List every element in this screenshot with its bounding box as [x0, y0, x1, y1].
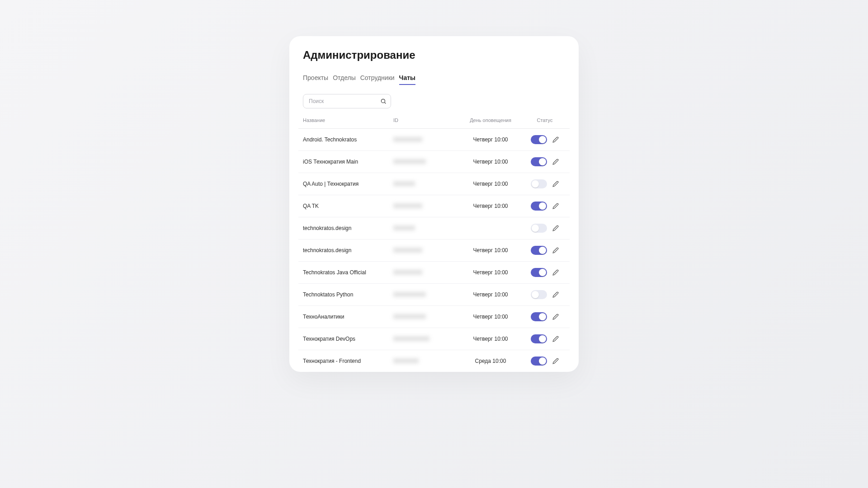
- row-id: XXXXXX: [393, 181, 457, 187]
- col-header-status: Статус: [524, 117, 565, 123]
- status-toggle[interactable]: [531, 312, 547, 321]
- row-id: XXXXXXXX: [393, 247, 457, 253]
- row-status-cell: [524, 290, 565, 299]
- edit-icon[interactable]: [552, 247, 559, 253]
- tab-2[interactable]: Сотрудники: [360, 74, 395, 85]
- col-header-name: Название: [303, 117, 393, 123]
- tab-0[interactable]: Проекты: [303, 74, 328, 85]
- row-status-cell: [524, 246, 565, 255]
- row-day: Четверг 10:00: [457, 269, 524, 276]
- table-row: Технократия - FrontendXXXXXXXСреда 10:00: [298, 350, 570, 372]
- row-name: QA Auto | Технократия: [303, 181, 393, 187]
- row-name: ТехноАналитики: [303, 314, 393, 320]
- row-day: Четверг 10:00: [457, 136, 524, 143]
- edit-icon[interactable]: [552, 159, 559, 165]
- row-id: XXXXXXXX: [393, 136, 457, 143]
- table-row: ТехноАналитикиXXXXXXXXXЧетверг 10:00: [298, 306, 570, 328]
- table-row: QA TKXXXXXXXXЧетверг 10:00: [298, 195, 570, 217]
- row-name: Android. Technokratos: [303, 136, 393, 143]
- row-day: Четверг 10:00: [457, 314, 524, 320]
- row-day: Четверг 10:00: [457, 336, 524, 342]
- row-status-cell: [524, 202, 565, 211]
- table-row: technokratos.designXXXXXXXXЧетверг 10:00: [298, 239, 570, 262]
- admin-card: Администрирование ПроектыОтделыСотрудник…: [289, 36, 579, 372]
- row-id: XXXXXXXXXX: [393, 336, 457, 342]
- edit-icon[interactable]: [552, 314, 559, 320]
- row-name: QA TK: [303, 203, 393, 209]
- search-container: [303, 94, 391, 108]
- row-status-cell: [524, 179, 565, 188]
- row-day: Четверг 10:00: [457, 247, 524, 253]
- tab-1[interactable]: Отделы: [333, 74, 356, 85]
- row-name: iOS Технократия Main: [303, 159, 393, 165]
- tabs: ПроектыОтделыСотрудникиЧаты: [298, 74, 570, 85]
- search-icon: [380, 98, 387, 104]
- row-name: Технократия DevOps: [303, 336, 393, 342]
- status-toggle[interactable]: [531, 357, 547, 366]
- edit-icon[interactable]: [552, 358, 559, 364]
- status-toggle[interactable]: [531, 224, 547, 233]
- col-header-id: ID: [393, 117, 457, 123]
- row-day: Среда 10:00: [457, 358, 524, 364]
- status-toggle[interactable]: [531, 246, 547, 255]
- table-row: Technoktatos PythonXXXXXXXXXЧетверг 10:0…: [298, 284, 570, 306]
- edit-icon[interactable]: [552, 291, 559, 298]
- row-status-cell: [524, 334, 565, 343]
- row-name: technokratos.design: [303, 247, 393, 253]
- row-id: XXXXXXXX: [393, 269, 457, 276]
- row-status-cell: [524, 224, 565, 233]
- edit-icon[interactable]: [552, 336, 559, 342]
- table-row: QA Auto | ТехнократияXXXXXXЧетверг 10:00: [298, 173, 570, 195]
- table-row: iOS Технократия Main XXXXXXXXXЧетверг 10…: [298, 151, 570, 173]
- row-id: XXXXXXX: [393, 358, 457, 364]
- table-body: Android. TechnokratosXXXXXXXXЧетверг 10:…: [298, 129, 570, 372]
- row-status-cell: [524, 157, 565, 166]
- status-toggle[interactable]: [531, 135, 547, 144]
- status-toggle[interactable]: [531, 157, 547, 166]
- row-id: XXXXXX: [393, 225, 457, 231]
- row-status-cell: [524, 135, 565, 144]
- row-id: XXXXXXXX: [393, 203, 457, 209]
- status-toggle[interactable]: [531, 334, 547, 343]
- table-row: Android. TechnokratosXXXXXXXXЧетверг 10:…: [298, 129, 570, 151]
- row-name: Технократия - Frontend: [303, 358, 393, 364]
- row-day: Четверг 10:00: [457, 203, 524, 209]
- row-name: Technokratos Java Official: [303, 269, 393, 276]
- row-status-cell: [524, 357, 565, 366]
- row-day: Четверг 10:00: [457, 291, 524, 298]
- edit-icon[interactable]: [552, 203, 559, 209]
- edit-icon[interactable]: [552, 225, 559, 231]
- row-name: Technoktatos Python: [303, 291, 393, 298]
- row-status-cell: [524, 312, 565, 321]
- edit-icon[interactable]: [552, 181, 559, 187]
- status-toggle[interactable]: [531, 179, 547, 188]
- svg-line-1: [385, 103, 386, 104]
- row-day: Четверг 10:00: [457, 159, 524, 165]
- row-id: XXXXXXXXX: [393, 291, 457, 298]
- row-id: XXXXXXXXX: [393, 159, 457, 165]
- svg-point-0: [381, 99, 385, 103]
- row-status-cell: [524, 268, 565, 277]
- search-input[interactable]: [303, 94, 391, 108]
- status-toggle[interactable]: [531, 290, 547, 299]
- row-name: technokratos.design: [303, 225, 393, 231]
- edit-icon[interactable]: [552, 269, 559, 276]
- status-toggle[interactable]: [531, 268, 547, 277]
- tab-3[interactable]: Чаты: [399, 74, 415, 85]
- table-row: technokratos.designXXXXXX: [298, 217, 570, 239]
- status-toggle[interactable]: [531, 202, 547, 211]
- table-row: Технократия DevOpsXXXXXXXXXXЧетверг 10:0…: [298, 328, 570, 350]
- col-header-day: День оповещения: [457, 117, 524, 123]
- page-title: Администрирование: [298, 49, 570, 61]
- table-header: Название ID День оповещения Статус: [298, 117, 570, 129]
- edit-icon[interactable]: [552, 136, 559, 143]
- row-id: XXXXXXXXX: [393, 314, 457, 320]
- table-row: Technokratos Java OfficialXXXXXXXXЧетвер…: [298, 262, 570, 284]
- row-day: Четверг 10:00: [457, 181, 524, 187]
